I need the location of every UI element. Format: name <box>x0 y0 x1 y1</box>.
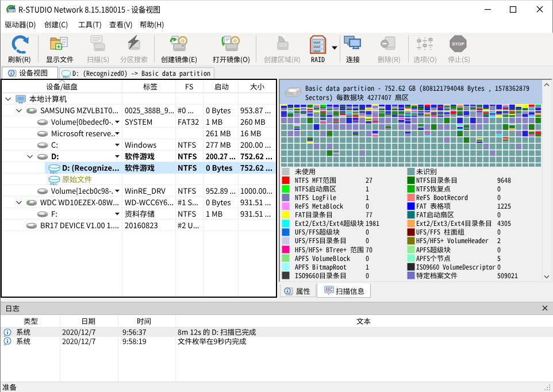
svg-text:STOP: STOP <box>452 41 464 47</box>
svg-text:REC.: REC. <box>50 170 59 174</box>
svg-text:REC.: REC. <box>50 182 59 185</box>
svg-text:REC.: REC. <box>63 75 71 79</box>
